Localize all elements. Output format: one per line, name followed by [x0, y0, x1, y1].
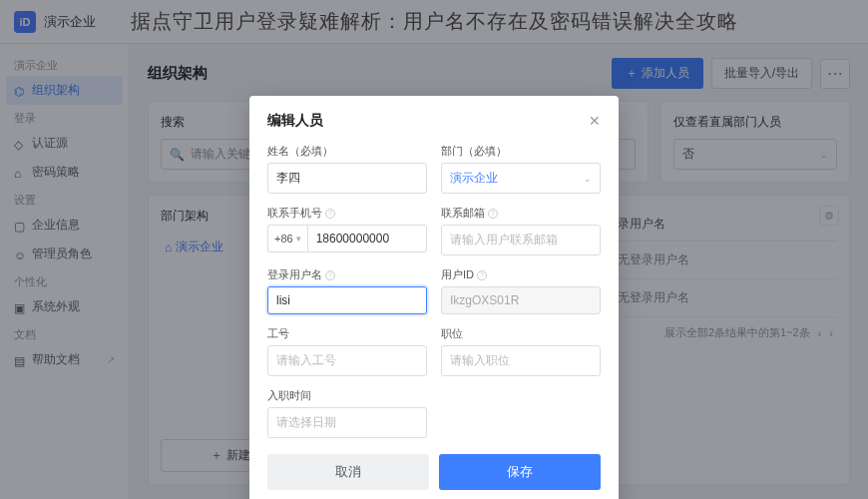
phone-label: 联系手机号?	[267, 206, 427, 221]
email-label: 联系邮箱?	[441, 206, 601, 221]
name-input[interactable]: 李四	[267, 163, 427, 194]
phone-country-select[interactable]: +86▾	[267, 225, 307, 252]
info-icon: ?	[325, 209, 335, 219]
info-icon: ?	[325, 270, 335, 280]
email-input[interactable]: 请输入用户联系邮箱	[441, 225, 601, 255]
modal-title: 编辑人员	[267, 112, 323, 130]
name-label: 姓名（必填）	[267, 144, 427, 159]
empno-label: 工号	[267, 326, 427, 341]
info-icon: ?	[477, 270, 487, 280]
position-input[interactable]: 请输入职位	[441, 345, 601, 376]
userid-field: IkzgOXS01R	[441, 286, 601, 314]
close-icon[interactable]: ✕	[589, 113, 601, 129]
chevron-down-icon: ▾	[296, 234, 301, 244]
dept-select[interactable]: 演示企业⌄	[441, 163, 601, 194]
save-button[interactable]: 保存	[439, 454, 601, 490]
phone-input[interactable]: 18600000000	[307, 225, 427, 252]
info-icon: ?	[488, 209, 498, 219]
dept-label: 部门（必填）	[441, 144, 601, 159]
empno-input[interactable]: 请输入工号	[267, 345, 427, 376]
hiredate-input[interactable]: 请选择日期	[267, 407, 427, 438]
position-label: 职位	[441, 326, 601, 341]
edit-user-modal: 编辑人员 ✕ 姓名（必填） 李四 部门（必填） 演示企业⌄ 联系手机号? +86…	[249, 96, 619, 499]
userid-label: 用户ID?	[441, 267, 601, 282]
chevron-down-icon: ⌄	[584, 174, 592, 184]
username-label: 登录用户名?	[267, 267, 427, 282]
hiredate-label: 入职时间	[267, 388, 427, 403]
cancel-button[interactable]: 取消	[267, 454, 429, 490]
username-input[interactable]: lisi	[267, 286, 427, 314]
